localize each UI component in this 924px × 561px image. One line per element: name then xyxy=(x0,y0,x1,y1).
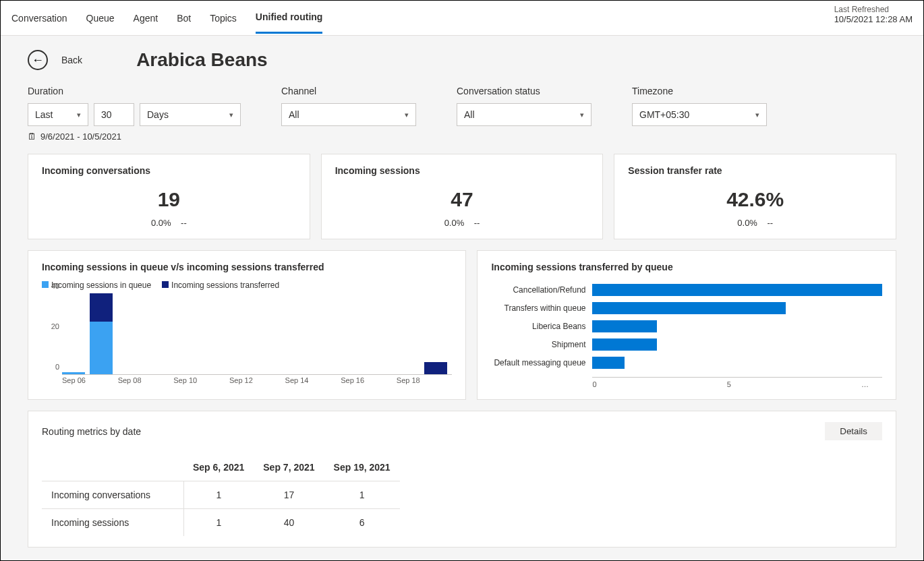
duration-relative-select[interactable]: Last ▾ xyxy=(28,103,88,126)
status-select[interactable]: All ▾ xyxy=(457,103,591,126)
table-row: Incoming conversations1171 xyxy=(42,481,400,509)
duration-count-value: 30 xyxy=(101,109,112,120)
legend-label: Incoming sessions in queue xyxy=(51,280,151,290)
calendar-icon: 🗓 xyxy=(28,131,36,142)
horizontal-bar-plot: Cancellation/RefundTransfers within queu… xyxy=(491,280,882,372)
tab-conversation[interactable]: Conversation xyxy=(11,3,67,33)
table-col-header: Sep 19, 2021 xyxy=(324,454,400,481)
duration-label: Duration xyxy=(28,86,241,96)
hbar-label: Shipment xyxy=(491,340,592,349)
kpi-incoming-conversations: Incoming conversations 19 0.0% -- xyxy=(28,154,310,239)
metrics-table: Sep 6, 2021Sep 7, 2021Sep 19, 2021Incomi… xyxy=(42,454,400,536)
page-title: Arabica Beans xyxy=(136,49,268,71)
date-range: 9/6/2021 - 10/5/2021 xyxy=(40,131,121,142)
arrow-left-icon: ← xyxy=(32,53,44,67)
tab-topics[interactable]: Topics xyxy=(210,3,237,33)
kpi-delta: -- xyxy=(767,218,773,228)
channel-value: All xyxy=(289,109,299,120)
timezone-label: Timezone xyxy=(632,86,767,96)
kpi-value: 19 xyxy=(42,188,296,211)
stacked-bar-plot: 02040 Sep 06Sep 08Sep 10Sep 12Sep 14Sep … xyxy=(42,294,452,388)
hbar-label: Default messaging queue xyxy=(491,358,592,367)
chevron-down-icon: ▾ xyxy=(755,111,759,119)
duration-relative-value: Last xyxy=(35,109,53,120)
chevron-down-icon: ▾ xyxy=(77,111,81,119)
kpi-title: Incoming conversations xyxy=(42,165,296,176)
table-row: Incoming sessions1406 xyxy=(42,509,400,537)
chevron-down-icon: ▾ xyxy=(405,111,409,119)
duration-count-select[interactable]: 30 xyxy=(94,103,134,126)
details-button[interactable]: Details xyxy=(825,422,882,440)
channel-label: Channel xyxy=(281,86,416,96)
chart-sessions-queue-vs-transferred: Incoming sessions in queue v/s incoming … xyxy=(28,250,466,400)
chart-title: Incoming sessions transferred by queue xyxy=(491,262,882,272)
legend-label: Incoming sessions transferred xyxy=(171,280,279,290)
timezone-select[interactable]: GMT+05:30 ▾ xyxy=(632,103,767,126)
hbar-label: Cancellation/Refund xyxy=(491,285,592,295)
status-label: Conversation status xyxy=(457,86,591,96)
duration-unit-select[interactable]: Days ▾ xyxy=(140,103,241,126)
status-value: All xyxy=(464,109,475,120)
kpi-delta: -- xyxy=(474,218,480,228)
back-button[interactable]: ← xyxy=(28,50,48,70)
hbar-label: Transfers within queue xyxy=(491,303,592,313)
table-title: Routing metrics by date xyxy=(42,426,141,437)
table-col-header: Sep 7, 2021 xyxy=(254,454,324,481)
chart-title: Incoming sessions in queue v/s incoming … xyxy=(42,262,452,272)
chart-transferred-by-queue: Incoming sessions transferred by queue C… xyxy=(477,250,896,400)
tab-agent[interactable]: Agent xyxy=(134,3,158,33)
kpi-title: Incoming sessions xyxy=(335,165,589,176)
back-link[interactable]: Back xyxy=(61,55,82,65)
kpi-delta: -- xyxy=(181,218,187,228)
chart-legend: Incoming sessions in queue Incoming sess… xyxy=(42,280,452,290)
last-refreshed-label: Last Refreshed xyxy=(834,5,913,14)
hbar-label: Liberica Beans xyxy=(491,322,592,331)
table-col-header: Sep 6, 2021 xyxy=(183,454,254,481)
duration-unit-value: Days xyxy=(147,109,169,120)
legend-swatch xyxy=(162,281,169,288)
tab-bot[interactable]: Bot xyxy=(177,3,191,33)
channel-select[interactable]: All ▾ xyxy=(281,103,416,126)
kpi-value: 47 xyxy=(335,188,589,211)
timezone-value: GMT+05:30 xyxy=(639,109,689,120)
kpi-pct: 0.0% xyxy=(151,218,171,228)
kpi-incoming-sessions: Incoming sessions 47 0.0% -- xyxy=(321,154,604,239)
routing-metrics-card: Routing metrics by date Details Sep 6, 2… xyxy=(28,411,896,548)
kpi-pct: 0.0% xyxy=(737,218,757,228)
tab-unified-routing[interactable]: Unified routing xyxy=(256,2,323,34)
kpi-title: Session transfer rate xyxy=(628,165,882,176)
legend-swatch xyxy=(42,281,49,288)
last-refreshed: Last Refreshed 10/5/2021 12:28 AM xyxy=(834,1,913,24)
chevron-down-icon: ▾ xyxy=(229,111,233,119)
last-refreshed-value: 10/5/2021 12:28 AM xyxy=(834,14,913,24)
kpi-session-transfer-rate: Session transfer rate 42.6% 0.0% -- xyxy=(614,154,896,239)
kpi-pct: 0.0% xyxy=(444,218,465,228)
tab-queue[interactable]: Queue xyxy=(86,3,115,33)
chevron-down-icon: ▾ xyxy=(580,111,584,119)
top-tabs: Conversation Queue Agent Bot Topics Unif… xyxy=(11,1,322,35)
kpi-value: 42.6% xyxy=(628,188,882,211)
